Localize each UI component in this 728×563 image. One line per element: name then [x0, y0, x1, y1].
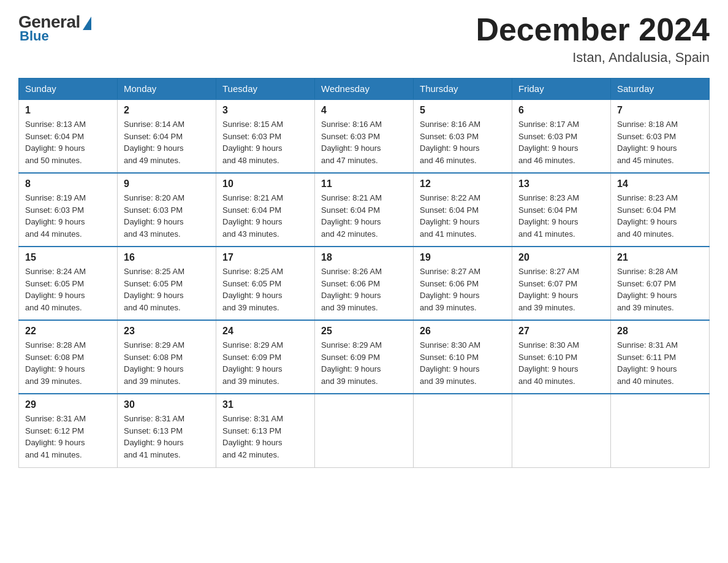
calendar-cell: 7 Sunrise: 8:18 AMSunset: 6:03 PMDayligh…	[611, 99, 710, 173]
day-info: Sunrise: 8:21 AMSunset: 6:04 PMDaylight:…	[321, 192, 407, 240]
calendar-week-row: 8 Sunrise: 8:19 AMSunset: 6:03 PMDayligh…	[19, 173, 710, 247]
calendar-cell: 28 Sunrise: 8:31 AMSunset: 6:11 PMDaylig…	[611, 320, 710, 394]
calendar-cell: 19 Sunrise: 8:27 AMSunset: 6:06 PMDaylig…	[414, 247, 512, 320]
day-info: Sunrise: 8:27 AMSunset: 6:07 PMDaylight:…	[518, 266, 604, 313]
day-number: 14	[617, 178, 703, 190]
day-info: Sunrise: 8:16 AMSunset: 6:03 PMDaylight:…	[420, 118, 506, 166]
day-number: 15	[25, 252, 111, 263]
day-number: 17	[222, 252, 308, 263]
calendar-cell: 12 Sunrise: 8:22 AMSunset: 6:04 PMDaylig…	[414, 173, 512, 247]
day-number: 6	[518, 105, 604, 116]
day-info: Sunrise: 8:31 AMSunset: 6:13 PMDaylight:…	[124, 413, 210, 461]
calendar-header-wednesday: Wednesday	[315, 79, 414, 100]
day-info: Sunrise: 8:19 AMSunset: 6:03 PMDaylight:…	[25, 192, 111, 240]
day-number: 19	[420, 252, 506, 263]
month-title: December 2024	[476, 12, 710, 47]
calendar-cell: 6 Sunrise: 8:17 AMSunset: 6:03 PMDayligh…	[512, 99, 611, 173]
calendar-cell: 8 Sunrise: 8:19 AMSunset: 6:03 PMDayligh…	[19, 173, 118, 247]
calendar-cell: 25 Sunrise: 8:29 AMSunset: 6:09 PMDaylig…	[315, 320, 414, 394]
day-number: 1	[25, 105, 111, 116]
calendar-cell	[611, 394, 710, 467]
day-number: 11	[321, 178, 407, 190]
calendar-cell: 4 Sunrise: 8:16 AMSunset: 6:03 PMDayligh…	[315, 99, 414, 173]
day-number: 25	[321, 326, 407, 337]
day-info: Sunrise: 8:16 AMSunset: 6:03 PMDaylight:…	[321, 118, 407, 166]
calendar-cell: 23 Sunrise: 8:29 AMSunset: 6:08 PMDaylig…	[118, 320, 216, 394]
day-number: 22	[25, 326, 111, 337]
calendar-cell: 20 Sunrise: 8:27 AMSunset: 6:07 PMDaylig…	[512, 247, 611, 320]
calendar-cell: 21 Sunrise: 8:28 AMSunset: 6:07 PMDaylig…	[611, 247, 710, 320]
day-info: Sunrise: 8:18 AMSunset: 6:03 PMDaylight:…	[617, 118, 703, 166]
day-number: 20	[518, 252, 604, 263]
calendar-cell: 26 Sunrise: 8:30 AMSunset: 6:10 PMDaylig…	[414, 320, 512, 394]
day-info: Sunrise: 8:29 AMSunset: 6:09 PMDaylight:…	[321, 339, 407, 387]
day-number: 2	[124, 105, 210, 116]
day-info: Sunrise: 8:24 AMSunset: 6:05 PMDaylight:…	[25, 266, 111, 313]
day-info: Sunrise: 8:30 AMSunset: 6:10 PMDaylight:…	[420, 339, 506, 387]
day-number: 21	[617, 252, 703, 263]
day-number: 12	[420, 178, 506, 190]
calendar-cell: 27 Sunrise: 8:30 AMSunset: 6:10 PMDaylig…	[512, 320, 611, 394]
calendar-week-row: 1 Sunrise: 8:13 AMSunset: 6:04 PMDayligh…	[19, 99, 710, 173]
day-number: 26	[420, 326, 506, 337]
day-number: 16	[124, 252, 210, 263]
day-number: 5	[420, 105, 506, 116]
day-number: 10	[222, 178, 308, 190]
page-header: General Blue December 2024 Istan, Andalu…	[18, 12, 710, 66]
title-section: December 2024 Istan, Andalusia, Spain	[476, 12, 710, 66]
day-number: 18	[321, 252, 407, 263]
logo-blue-text: Blue	[20, 28, 49, 44]
day-info: Sunrise: 8:23 AMSunset: 6:04 PMDaylight:…	[518, 192, 604, 240]
day-info: Sunrise: 8:29 AMSunset: 6:09 PMDaylight:…	[222, 339, 308, 387]
calendar-week-row: 22 Sunrise: 8:28 AMSunset: 6:08 PMDaylig…	[19, 320, 710, 394]
calendar-cell: 24 Sunrise: 8:29 AMSunset: 6:09 PMDaylig…	[216, 320, 315, 394]
calendar-cell: 17 Sunrise: 8:25 AMSunset: 6:05 PMDaylig…	[216, 247, 315, 320]
calendar-cell: 31 Sunrise: 8:31 AMSunset: 6:13 PMDaylig…	[216, 394, 315, 467]
day-info: Sunrise: 8:20 AMSunset: 6:03 PMDaylight:…	[124, 192, 210, 240]
day-number: 8	[25, 178, 111, 190]
calendar-cell: 1 Sunrise: 8:13 AMSunset: 6:04 PMDayligh…	[19, 99, 118, 173]
calendar-cell: 30 Sunrise: 8:31 AMSunset: 6:13 PMDaylig…	[118, 394, 216, 467]
calendar-cell: 2 Sunrise: 8:14 AMSunset: 6:04 PMDayligh…	[118, 99, 216, 173]
day-info: Sunrise: 8:25 AMSunset: 6:05 PMDaylight:…	[222, 266, 308, 313]
calendar-header-monday: Monday	[118, 79, 216, 100]
day-number: 13	[518, 178, 604, 190]
day-info: Sunrise: 8:28 AMSunset: 6:08 PMDaylight:…	[25, 339, 111, 387]
calendar-cell	[315, 394, 414, 467]
calendar-cell	[512, 394, 611, 467]
calendar-cell	[414, 394, 512, 467]
day-info: Sunrise: 8:13 AMSunset: 6:04 PMDaylight:…	[25, 118, 111, 166]
day-info: Sunrise: 8:22 AMSunset: 6:04 PMDaylight:…	[420, 192, 506, 240]
calendar-cell: 10 Sunrise: 8:21 AMSunset: 6:04 PMDaylig…	[216, 173, 315, 247]
calendar-cell: 13 Sunrise: 8:23 AMSunset: 6:04 PMDaylig…	[512, 173, 611, 247]
logo: General Blue	[18, 12, 91, 44]
day-number: 9	[124, 178, 210, 190]
calendar-header-row: SundayMondayTuesdayWednesdayThursdayFrid…	[19, 79, 710, 100]
day-number: 4	[321, 105, 407, 116]
day-info: Sunrise: 8:26 AMSunset: 6:06 PMDaylight:…	[321, 266, 407, 313]
day-info: Sunrise: 8:28 AMSunset: 6:07 PMDaylight:…	[617, 266, 703, 313]
calendar-header-saturday: Saturday	[611, 79, 710, 100]
day-info: Sunrise: 8:31 AMSunset: 6:12 PMDaylight:…	[25, 413, 111, 461]
day-number: 23	[124, 326, 210, 337]
calendar-cell: 16 Sunrise: 8:25 AMSunset: 6:05 PMDaylig…	[118, 247, 216, 320]
day-number: 7	[617, 105, 703, 116]
calendar-cell: 9 Sunrise: 8:20 AMSunset: 6:03 PMDayligh…	[118, 173, 216, 247]
calendar-header-sunday: Sunday	[19, 79, 118, 100]
calendar-header-thursday: Thursday	[414, 79, 512, 100]
day-number: 28	[617, 326, 703, 337]
calendar-header-friday: Friday	[512, 79, 611, 100]
calendar-table: SundayMondayTuesdayWednesdayThursdayFrid…	[18, 78, 710, 468]
day-number: 24	[222, 326, 308, 337]
calendar-cell: 3 Sunrise: 8:15 AMSunset: 6:03 PMDayligh…	[216, 99, 315, 173]
day-number: 31	[222, 399, 308, 410]
logo-triangle-icon	[83, 17, 91, 30]
location-title: Istan, Andalusia, Spain	[476, 50, 710, 66]
calendar-cell: 18 Sunrise: 8:26 AMSunset: 6:06 PMDaylig…	[315, 247, 414, 320]
day-info: Sunrise: 8:25 AMSunset: 6:05 PMDaylight:…	[124, 266, 210, 313]
calendar-week-row: 29 Sunrise: 8:31 AMSunset: 6:12 PMDaylig…	[19, 394, 710, 467]
day-info: Sunrise: 8:23 AMSunset: 6:04 PMDaylight:…	[617, 192, 703, 240]
day-info: Sunrise: 8:29 AMSunset: 6:08 PMDaylight:…	[124, 339, 210, 387]
calendar-cell: 11 Sunrise: 8:21 AMSunset: 6:04 PMDaylig…	[315, 173, 414, 247]
day-number: 29	[25, 399, 111, 410]
